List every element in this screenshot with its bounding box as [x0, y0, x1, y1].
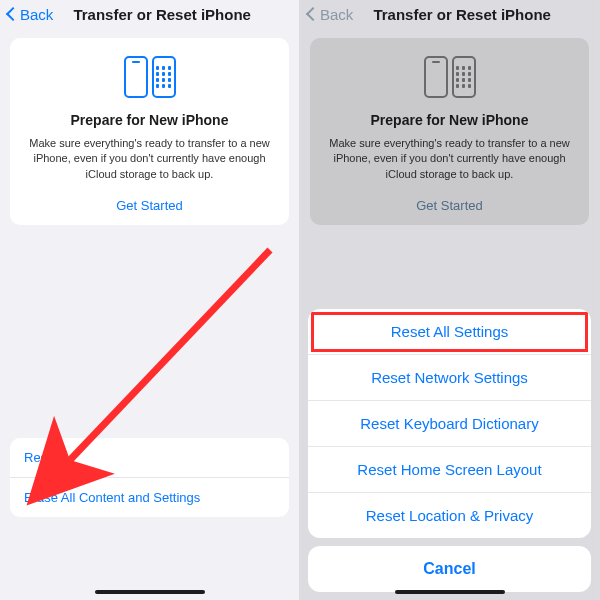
card-title: Prepare for New iPhone [324, 112, 575, 128]
get-started-link: Get Started [324, 198, 575, 213]
right-screenshot: Back Transfer or Reset iPhone Prepare fo… [300, 0, 600, 600]
reset-row[interactable]: Reset [10, 438, 289, 478]
reset-network-settings-option[interactable]: Reset Network Settings [308, 355, 591, 401]
home-indicator [95, 590, 205, 594]
page-title: Transfer or Reset iPhone [333, 6, 591, 23]
reset-action-sheet: Reset All Settings Reset Network Setting… [308, 309, 591, 592]
navbar: Back Transfer or Reset iPhone [300, 0, 599, 28]
reset-home-screen-layout-option[interactable]: Reset Home Screen Layout [308, 447, 591, 493]
options-list: Reset Erase All Content and Settings [10, 438, 289, 517]
reset-keyboard-dictionary-option[interactable]: Reset Keyboard Dictionary [308, 401, 591, 447]
erase-all-row[interactable]: Erase All Content and Settings [10, 478, 289, 517]
home-indicator [395, 590, 505, 594]
prepare-card: Prepare for New iPhone Make sure everyth… [310, 38, 589, 225]
reset-location-privacy-option[interactable]: Reset Location & Privacy [308, 493, 591, 538]
card-description: Make sure everything's ready to transfer… [324, 136, 575, 182]
navbar: Back Transfer or Reset iPhone [0, 0, 299, 28]
page-title: Transfer or Reset iPhone [33, 6, 291, 23]
card-title: Prepare for New iPhone [24, 112, 275, 128]
reset-all-settings-option[interactable]: Reset All Settings [308, 309, 591, 355]
chevron-left-icon [306, 7, 320, 21]
two-phones-icon [24, 56, 275, 98]
two-phones-icon [324, 56, 575, 98]
left-screenshot: Back Transfer or Reset iPhone Prepare fo… [0, 0, 300, 600]
card-description: Make sure everything's ready to transfer… [24, 136, 275, 182]
cancel-button[interactable]: Cancel [308, 546, 591, 592]
get-started-link[interactable]: Get Started [24, 198, 275, 213]
chevron-left-icon[interactable] [6, 7, 20, 21]
prepare-card: Prepare for New iPhone Make sure everyth… [10, 38, 289, 225]
